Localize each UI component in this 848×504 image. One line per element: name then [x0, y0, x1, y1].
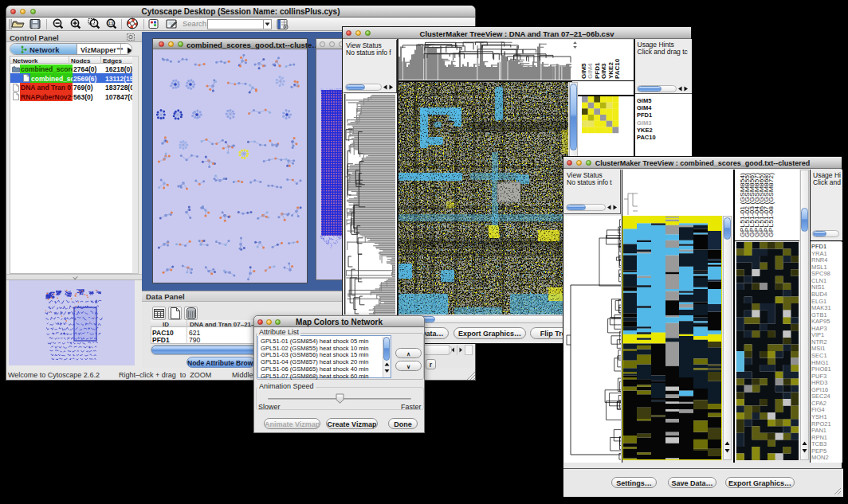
svg-text:1:1: 1:1: [108, 21, 114, 25]
svg-text:Search:: Search:: [183, 19, 209, 28]
svg-text:GPL51-08 (GSM872): GPL51-08 (GSM872): [768, 172, 775, 237]
svg-text:PAC10: PAC10: [614, 58, 621, 79]
